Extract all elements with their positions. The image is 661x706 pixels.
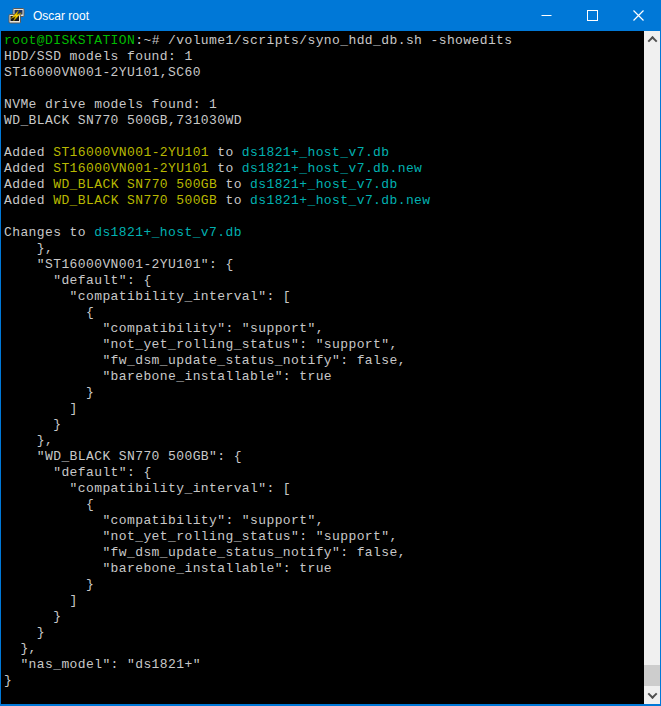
terminal-line: "compatibility": "support", [4,513,644,529]
close-icon [633,10,644,21]
terminal-line: ] [4,593,644,609]
terminal-line: } [4,417,644,433]
terminal-line: "nas_model": "ds1821+" [4,657,644,673]
putty-terminal-icon [8,8,26,24]
terminal-line: "fw_dsm_update_status_notify": false, [4,545,644,561]
terminal-line: ST16000VN001-2YU101,SC60 [4,65,644,81]
terminal-line: "not_yet_rolling_status": "support", [4,337,644,353]
terminal-line: Added WD_BLACK SN770 500GB to ds1821+_ho… [4,177,644,193]
terminal-line: "not_yet_rolling_status": "support", [4,529,644,545]
terminal-line: "compatibility_interval": [ [4,289,644,305]
terminal-line: "default": { [4,465,644,481]
close-button[interactable] [615,0,661,31]
window-controls [523,0,661,31]
terminal-line: } [4,673,644,689]
terminal-line: "compatibility": "support", [4,321,644,337]
putty-window: Oscar root root@DISKSTATION:~# /volume1/… [0,0,661,706]
terminal-line: Added WD_BLACK SN770 500GB to ds1821+_ho… [4,193,644,209]
terminal-line: } [4,625,644,641]
terminal-line: ] [4,401,644,417]
terminal-line: } [4,577,644,593]
terminal-line: { [4,497,644,513]
terminal-line: "barebone_installable": true [4,561,644,577]
terminal-line: Added ST16000VN001-2YU101 to ds1821+_hos… [4,145,644,161]
terminal-area: root@DISKSTATION:~# /volume1/scripts/syn… [1,31,660,704]
terminal-line: Added ST16000VN001-2YU101 to ds1821+_hos… [4,161,644,177]
terminal-line: } [4,385,644,401]
scrollbar-thumb[interactable] [644,665,660,686]
terminal-line: HDD/SSD models found: 1 [4,49,644,65]
terminal-line: root@DISKSTATION:~# /volume1/scripts/syn… [4,33,644,49]
minimize-icon [541,10,552,21]
terminal-line: }, [4,241,644,257]
terminal-line: NVMe drive models found: 1 [4,97,644,113]
terminal-line: }, [4,433,644,449]
terminal-line: } [4,609,644,625]
terminal-line: "fw_dsm_update_status_notify": false, [4,353,644,369]
terminal-line [4,209,644,225]
terminal-line: Changes to ds1821+_host_v7.db [4,225,644,241]
minimize-button[interactable] [523,0,569,31]
maximize-icon [587,10,598,21]
terminal-line: WD_BLACK SN770 500GB,731030WD [4,113,644,129]
terminal-line: { [4,305,644,321]
chevron-down-icon [647,689,657,699]
scrollbar[interactable] [644,31,660,704]
chevron-up-icon [647,36,657,46]
terminal-line: "default": { [4,273,644,289]
maximize-button[interactable] [569,0,615,31]
terminal-output[interactable]: root@DISKSTATION:~# /volume1/scripts/syn… [1,31,644,704]
titlebar[interactable]: Oscar root [0,0,661,31]
terminal-line: "barebone_installable": true [4,369,644,385]
terminal-line [4,129,644,145]
terminal-line: "ST16000VN001-2YU101": { [4,257,644,273]
window-title: Oscar root [33,9,523,23]
terminal-line: "WD_BLACK SN770 500GB": { [4,449,644,465]
terminal-line: "compatibility_interval": [ [4,481,644,497]
scroll-up-button[interactable] [644,31,660,48]
scroll-down-button[interactable] [644,687,660,704]
terminal-line: }, [4,641,644,657]
terminal-line [4,81,644,97]
